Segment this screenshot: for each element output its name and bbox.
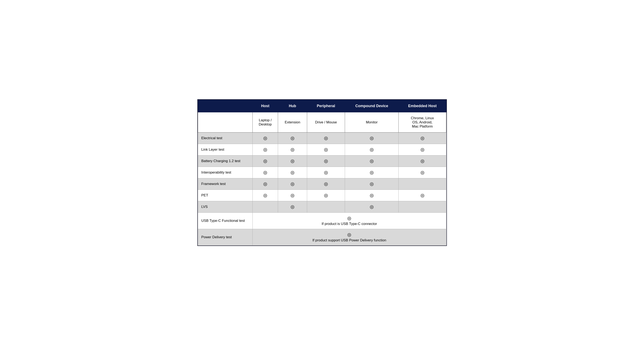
cell-embedded: ◎ <box>399 155 446 167</box>
cell-hub: ◎ <box>278 155 307 167</box>
subheader-embedded: Chrome, LinuxOS, Android,Mac Platform <box>399 112 446 133</box>
row-label: Interoperability test <box>198 167 253 178</box>
subheader-host: Laptop /Desktop <box>252 112 278 133</box>
cell-peripheral: ◎ <box>307 144 345 155</box>
table-row: USB Type-C Functional test ◎ If product … <box>198 212 446 229</box>
cell-peripheral: ◎ <box>307 155 345 167</box>
header-peripheral: Peripheral <box>307 100 345 112</box>
cell-compound: ◎ <box>345 167 399 178</box>
header-hub: Hub <box>278 100 307 112</box>
span-cell-power-delivery: ◎ If product support USB Power Delivery … <box>252 229 446 245</box>
cell-embedded <box>399 178 446 190</box>
cell-host: ◎ <box>252 155 278 167</box>
cell-hub: ◎ <box>278 132 307 144</box>
table-row: PET ◎ ◎ ◎ ◎ ◎ <box>198 190 446 201</box>
cell-compound: ◎ <box>345 178 399 190</box>
cell-compound: ◎ <box>345 155 399 167</box>
header-embedded-host: Embedded Host <box>399 100 446 112</box>
cell-embedded: ◎ <box>399 132 446 144</box>
cell-peripheral: ◎ <box>307 132 345 144</box>
cell-hub: ◎ <box>278 178 307 190</box>
row-label: Electrical test <box>198 132 253 144</box>
subheader-hub: Extension <box>278 112 307 133</box>
cell-compound: ◎ <box>345 190 399 201</box>
cell-peripheral: ◎ <box>307 167 345 178</box>
cell-hub: ◎ <box>278 144 307 155</box>
cell-compound: ◎ <box>345 201 399 212</box>
circle-symbol: ◎ <box>256 232 443 237</box>
span-cell-usb-typec: ◎ If product is USB Type-C connector <box>252 212 446 229</box>
table-row: LVS ◎ ◎ <box>198 201 446 212</box>
table-row: Electrical test ◎ ◎ ◎ ◎ ◎ <box>198 132 446 144</box>
cell-host: ◎ <box>252 178 278 190</box>
header-host: Host <box>252 100 278 112</box>
table-row: Power Delivery test ◎ If product support… <box>198 229 446 245</box>
row-label: USB Type-C Functional test <box>198 212 253 229</box>
subheader-peripheral: Drive / Mouse <box>307 112 345 133</box>
subheader-row: Laptop /Desktop Extension Drive / Mouse … <box>198 112 446 133</box>
table-row: Link Layer test ◎ ◎ ◎ ◎ ◎ <box>198 144 446 155</box>
cell-embedded: ◎ <box>399 144 446 155</box>
subheader-empty <box>198 112 253 133</box>
row-label: PET <box>198 190 253 201</box>
cell-compound: ◎ <box>345 132 399 144</box>
header-row: Host Hub Peripheral Compound Device Embe… <box>198 100 446 112</box>
subheader-compound: Monitor <box>345 112 399 133</box>
cell-host: ◎ <box>252 132 278 144</box>
table-row: Battery Charging 1.2 test ◎ ◎ ◎ ◎ ◎ <box>198 155 446 167</box>
span-text: If product support USB Power Delivery fu… <box>256 238 443 242</box>
cell-compound: ◎ <box>345 144 399 155</box>
cell-host <box>252 201 278 212</box>
row-label: Battery Charging 1.2 test <box>198 155 253 167</box>
cell-host: ◎ <box>252 144 278 155</box>
span-text: If product is USB Type-C connector <box>256 222 443 226</box>
cell-hub: ◎ <box>278 201 307 212</box>
cell-hub: ◎ <box>278 190 307 201</box>
circle-symbol: ◎ <box>256 216 443 221</box>
cell-peripheral <box>307 201 345 212</box>
header-compound-device: Compound Device <box>345 100 399 112</box>
main-table-container: Host Hub Peripheral Compound Device Embe… <box>197 99 447 246</box>
row-label: Link Layer test <box>198 144 253 155</box>
cell-host: ◎ <box>252 190 278 201</box>
cell-hub: ◎ <box>278 167 307 178</box>
empty-header <box>198 100 253 112</box>
cell-host: ◎ <box>252 167 278 178</box>
row-label: Framework test <box>198 178 253 190</box>
cell-embedded: ◎ <box>399 190 446 201</box>
row-label: LVS <box>198 201 253 212</box>
table-row: Interoperability test ◎ ◎ ◎ ◎ ◎ <box>198 167 446 178</box>
compliance-table: Host Hub Peripheral Compound Device Embe… <box>198 100 446 245</box>
cell-peripheral: ◎ <box>307 178 345 190</box>
cell-peripheral: ◎ <box>307 190 345 201</box>
row-label: Power Delivery test <box>198 229 253 245</box>
cell-embedded: ◎ <box>399 167 446 178</box>
table-row: Framework test ◎ ◎ ◎ ◎ <box>198 178 446 190</box>
cell-embedded <box>399 201 446 212</box>
